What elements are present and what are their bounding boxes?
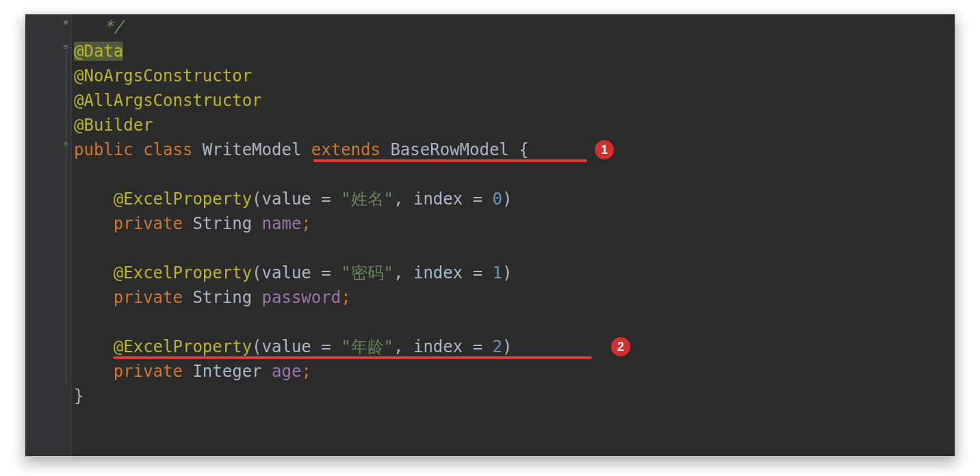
annotation-badge-1: 1 <box>595 140 614 159</box>
field-name: name <box>262 214 302 233</box>
type-token: String <box>192 288 252 307</box>
field-name: password <box>262 288 341 307</box>
class-name-token: WriteModel <box>203 140 302 159</box>
param-name: value <box>262 337 311 356</box>
brace-token: { <box>509 140 529 159</box>
code-line: private Integer age; <box>74 359 955 384</box>
comment-token: */ <box>103 17 123 36</box>
blank-line <box>74 236 955 261</box>
code-line: @NoArgsConstructor <box>74 64 955 88</box>
annotation-badge-2: 2 <box>611 337 630 356</box>
string-token: "密码" <box>341 263 394 282</box>
param-name: index <box>413 337 463 356</box>
code-editor[interactable]: */ @Data @NoArgsConstructor @AllArgsCons… <box>72 14 955 456</box>
code-line: private String name; <box>74 211 955 236</box>
number-token: 1 <box>493 263 502 282</box>
code-line: public class WriteModel extends BaseRowM… <box>74 137 955 162</box>
type-token: Integer <box>192 362 261 381</box>
keyword-token: private <box>114 288 183 307</box>
param-name: value <box>262 263 311 282</box>
fold-guide-line <box>66 51 66 384</box>
fold-expand-icon[interactable]: ⊕ <box>62 18 70 27</box>
code-line: @ExcelProperty(value = "姓名", index = 0) <box>74 187 955 211</box>
param-name: index <box>413 263 463 282</box>
keyword-token: class <box>143 140 192 159</box>
param-name: index <box>413 189 463 209</box>
annotation-token: @Builder <box>74 116 153 135</box>
type-token: String <box>192 214 252 233</box>
param-name: value <box>262 189 311 209</box>
code-line: @AllArgsConstructor <box>74 88 955 113</box>
annotation-underline-1 <box>313 159 587 162</box>
ide-frame: ⊕ ⊖ ⊖ */ @Data @NoArgsConstructor @AllAr… <box>25 14 955 457</box>
annotation-underline-2 <box>113 356 592 359</box>
keyword-token: private <box>114 214 183 233</box>
string-token: "姓名" <box>341 189 394 209</box>
string-token: "年龄" <box>341 337 394 356</box>
number-token: 2 <box>493 337 502 356</box>
code-line: @ExcelProperty(value = "年龄", index = 2) <box>74 334 955 359</box>
class-name-token: BaseRowModel <box>390 140 508 159</box>
number-token: 0 <box>493 189 502 209</box>
code-line: private String password; <box>74 285 955 310</box>
annotation-token: @AllArgsConstructor <box>74 91 262 110</box>
keyword-token: public <box>74 140 133 159</box>
code-line: @ExcelProperty(value = "密码", index = 1) <box>74 261 955 285</box>
code-line: } <box>74 384 955 408</box>
annotation-token: @ExcelProperty <box>114 189 252 209</box>
blank-line <box>74 162 955 187</box>
blank-line <box>74 310 955 334</box>
code-line: @Data <box>74 39 955 64</box>
annotation-token: @Data <box>74 42 123 61</box>
field-name: age <box>272 362 301 381</box>
annotation-token: @ExcelProperty <box>114 337 252 356</box>
brace-token: } <box>74 386 83 406</box>
keyword-token: extends <box>311 140 381 159</box>
code-line: @Builder <box>74 113 955 137</box>
keyword-token: private <box>114 362 183 381</box>
annotation-token: @ExcelProperty <box>114 263 252 282</box>
editor-gutter: ⊕ ⊖ ⊖ <box>25 14 72 456</box>
annotation-token: @NoArgsConstructor <box>74 66 252 85</box>
code-line: */ <box>74 14 955 39</box>
